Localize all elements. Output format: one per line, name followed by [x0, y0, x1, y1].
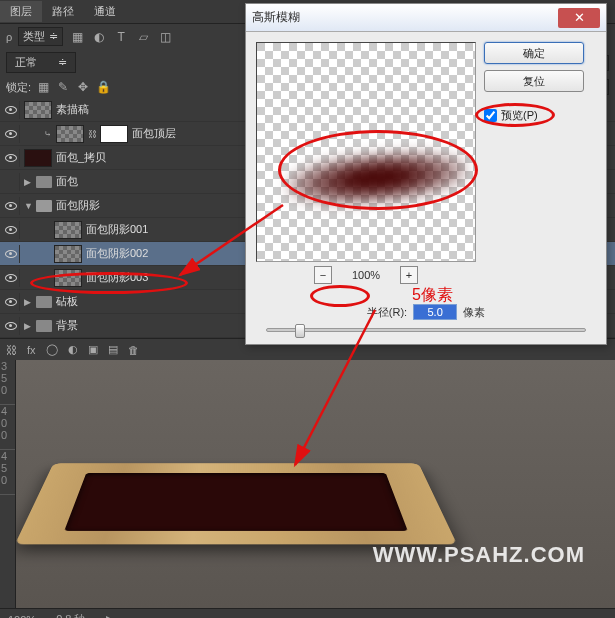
trash-icon[interactable]: 🗑	[128, 344, 139, 356]
visibility-toggle[interactable]	[2, 101, 20, 119]
blur-preview[interactable]	[256, 42, 476, 262]
filter-pixel-icon[interactable]: ▦	[69, 29, 85, 45]
cancel-button[interactable]: 复位	[484, 70, 584, 92]
eye-icon	[5, 274, 17, 282]
timing-display: 0.8 秒	[56, 612, 85, 618]
filter-type-icon[interactable]: T	[113, 29, 129, 45]
folder-arrow-icon[interactable]: ▶	[24, 297, 34, 307]
filter-shape-icon[interactable]: ▱	[135, 29, 151, 45]
visibility-toggle[interactable]	[2, 173, 20, 191]
blend-mode-select[interactable]: 正常≑	[6, 52, 76, 73]
folder-icon	[36, 200, 52, 212]
radius-unit: 像素	[463, 305, 485, 320]
eye-icon	[5, 250, 17, 258]
folder-arrow-icon[interactable]: ▶	[24, 321, 34, 331]
layer-name: 面包	[56, 174, 78, 189]
lock-label: 锁定:	[6, 80, 31, 95]
layer-thumb	[54, 221, 82, 239]
dialog-title: 高斯模糊	[252, 9, 300, 26]
eye-icon	[5, 202, 17, 210]
folder-arrow-icon[interactable]: ▼	[24, 201, 34, 211]
lock-transparency-icon[interactable]: ▦	[35, 79, 51, 95]
tab-layers[interactable]: 图层	[0, 1, 42, 22]
tab-paths[interactable]: 路径	[42, 1, 84, 22]
filter-kind-select[interactable]: 类型≑	[18, 27, 63, 46]
eye-icon	[5, 226, 17, 234]
preview-checkbox-row[interactable]: 预览(P)	[484, 108, 584, 123]
layer-thumb	[54, 269, 82, 287]
ok-button[interactable]: 确定	[484, 42, 584, 64]
link-icon: ⛓	[88, 129, 98, 139]
preview-label: 预览(P)	[501, 108, 538, 123]
fx-icon[interactable]: fx	[27, 344, 36, 356]
layer-thumb	[24, 101, 52, 119]
visibility-toggle[interactable]	[2, 221, 20, 239]
folder-icon	[36, 320, 52, 332]
layer-thumb	[56, 125, 84, 143]
board-inset	[64, 473, 407, 531]
zoom-in-button[interactable]: +	[400, 266, 418, 284]
layer-name: 背景	[56, 318, 78, 333]
vertical-ruler: 350 400 450	[0, 360, 16, 618]
filter-adjust-icon[interactable]: ◐	[91, 29, 107, 45]
layer-mask-thumb	[100, 125, 128, 143]
visibility-toggle[interactable]	[2, 197, 20, 215]
visibility-toggle[interactable]	[2, 125, 20, 143]
eye-icon	[5, 322, 17, 330]
close-button[interactable]: ✕	[558, 8, 600, 28]
mask-icon[interactable]: ◯	[46, 343, 58, 356]
lock-all-icon[interactable]: 🔒	[95, 79, 111, 95]
visibility-toggle[interactable]	[2, 245, 20, 263]
tab-channels[interactable]: 通道	[84, 1, 126, 22]
layer-name: 砧板	[56, 294, 78, 309]
new-layer-icon[interactable]: ▤	[108, 343, 118, 356]
folder-icon	[36, 176, 52, 188]
cutting-board-graphic	[16, 463, 457, 544]
layer-name: 面包阴影	[56, 198, 100, 213]
eye-icon	[5, 130, 17, 138]
status-arrow-icon[interactable]: ▶	[106, 613, 114, 618]
canvas-area: 350 400 450 WWW.PSAHZ.COM 100% 0.8 秒 ▶	[0, 360, 615, 618]
layer-name: 面包顶层	[132, 126, 176, 141]
radius-slider[interactable]	[266, 328, 586, 332]
layer-name: 素描稿	[56, 102, 89, 117]
eye-icon	[5, 154, 17, 162]
lock-position-icon[interactable]: ✥	[75, 79, 91, 95]
zoom-percent: 100%	[352, 269, 380, 281]
group-icon[interactable]: ▣	[88, 343, 98, 356]
layer-name: 面包_拷贝	[56, 150, 106, 165]
visibility-toggle[interactable]	[2, 293, 20, 311]
eye-icon	[5, 298, 17, 306]
clip-icon: ⤷	[44, 129, 54, 139]
annotation-text: 5像素	[412, 285, 453, 306]
filter-smart-icon[interactable]: ◫	[157, 29, 173, 45]
adjustment-icon[interactable]: ◐	[68, 343, 78, 356]
layer-name: 面包阴影003	[86, 270, 148, 285]
status-bar: 100% 0.8 秒 ▶	[0, 608, 615, 618]
radius-label: 半径(R):	[367, 305, 407, 320]
layer-name: 面包阴影002	[86, 246, 148, 261]
blur-shape-graphic	[287, 145, 467, 211]
visibility-toggle[interactable]	[2, 149, 20, 167]
canvas[interactable]: WWW.PSAHZ.COM	[16, 360, 615, 608]
folder-arrow-icon[interactable]: ▶	[24, 177, 34, 187]
layer-thumb	[24, 149, 52, 167]
lock-paint-icon[interactable]: ✎	[55, 79, 71, 95]
layer-thumb	[54, 245, 82, 263]
visibility-toggle[interactable]	[2, 269, 20, 287]
eye-icon	[5, 106, 17, 114]
dialog-titlebar[interactable]: 高斯模糊 ✕	[246, 4, 606, 32]
zoom-display[interactable]: 100%	[8, 614, 36, 619]
link-layers-icon[interactable]: ⛓	[6, 344, 17, 356]
zoom-out-button[interactable]: −	[314, 266, 332, 284]
preview-checkbox[interactable]	[484, 109, 497, 122]
folder-icon	[36, 296, 52, 308]
watermark-text: WWW.PSAHZ.COM	[373, 542, 585, 568]
visibility-toggle[interactable]	[2, 317, 20, 335]
layer-name: 面包阴影001	[86, 222, 148, 237]
radius-input[interactable]	[413, 304, 457, 320]
slider-thumb[interactable]	[295, 324, 305, 338]
